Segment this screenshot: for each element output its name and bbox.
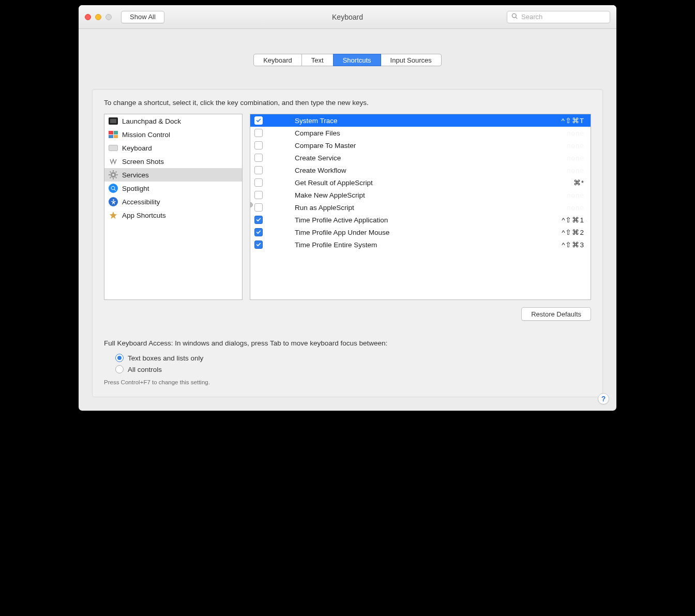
keyboard-icon (109, 143, 118, 153)
tab-label: Text (311, 56, 324, 64)
shortcut-checkbox[interactable] (254, 191, 263, 199)
shortcut-checkbox[interactable] (254, 216, 263, 224)
fka-option[interactable]: All controls (104, 364, 591, 375)
category-item-mission-control[interactable]: Mission Control (104, 128, 242, 141)
shortcut-label: Create Service (269, 154, 561, 162)
shortcut-label: System Trace (269, 117, 555, 125)
shortcut-list[interactable]: System Trace^⇧⌘TCompare FilesnoneCompare… (250, 114, 591, 300)
shortcut-row[interactable]: Compare Filesnone (250, 127, 591, 139)
launchpad-icon (109, 116, 118, 126)
category-label: Spotlight (122, 185, 149, 192)
shortcut-checkbox[interactable] (254, 141, 263, 149)
shortcut-key[interactable]: ^⇧⌘3 (562, 241, 584, 249)
shortcut-key[interactable]: none (567, 154, 584, 162)
shortcut-label: Compare To Master (269, 142, 561, 149)
shortcut-key[interactable]: none (567, 191, 584, 199)
svg-line-7 (116, 177, 117, 178)
search-wrap (507, 11, 610, 23)
fka-option[interactable]: Text boxes and lists only (104, 352, 591, 364)
tab-label: Keyboard (263, 56, 292, 64)
preferences-window: Show All Keyboard KeyboardTextShortcutsI… (79, 5, 616, 411)
shortcut-checkbox[interactable] (254, 228, 263, 236)
shortcut-key[interactable]: ^⇧⌘2 (562, 228, 584, 236)
app-shortcuts-icon (109, 211, 118, 220)
show-all-button[interactable]: Show All (121, 11, 164, 23)
content: KeyboardTextShortcutsInput Sources To ch… (79, 29, 616, 411)
window-controls (85, 14, 112, 20)
category-label: Screen Shots (122, 158, 164, 166)
tab-input-sources[interactable]: Input Sources (381, 54, 442, 66)
tab-shortcuts[interactable]: Shortcuts (333, 54, 381, 66)
shortcut-row[interactable]: Time Profile Active Application^⇧⌘1 (250, 214, 591, 226)
category-list[interactable]: Launchpad & DockMission ControlKeyboardS… (104, 114, 243, 300)
shortcut-checkbox[interactable] (254, 154, 263, 162)
split-view: Launchpad & DockMission ControlKeyboardS… (104, 114, 591, 300)
shortcut-row[interactable]: Make New AppleScriptnone (250, 189, 591, 201)
search-field[interactable] (507, 11, 610, 23)
svg-point-1 (112, 174, 114, 176)
shortcut-row[interactable]: Create Servicenone (250, 152, 591, 164)
show-all-label: Show All (130, 13, 156, 21)
tab-text[interactable]: Text (301, 54, 334, 66)
fka-option-label: Text boxes and lists only (128, 354, 203, 362)
shortcut-key[interactable]: ⌘* (573, 178, 584, 187)
tab-keyboard[interactable]: Keyboard (253, 54, 302, 66)
titlebar: Show All Keyboard (79, 5, 616, 29)
shortcut-key[interactable]: ^⇧⌘1 (562, 216, 584, 224)
shortcut-row[interactable]: Time Profile App Under Mouse^⇧⌘2 (250, 226, 591, 238)
category-item-accessibility[interactable]: Accessibility (104, 195, 242, 208)
shortcut-label: Time Profile Entire System (269, 241, 555, 249)
shortcut-key[interactable]: ^⇧⌘T (561, 116, 584, 125)
minimize-window-button[interactable] (95, 14, 101, 20)
restore-row: Restore Defaults (104, 307, 591, 321)
shortcut-checkbox[interactable] (254, 241, 263, 249)
accessibility-icon (109, 197, 118, 206)
close-window-button[interactable] (85, 14, 91, 20)
shortcut-row[interactable]: Get Result of AppleScript⌘* (250, 176, 591, 189)
screenshots-icon (109, 157, 118, 166)
shortcut-label: Run as AppleScript (269, 204, 561, 212)
shortcut-row[interactable]: Time Profile Entire System^⇧⌘3 (250, 238, 591, 251)
shortcut-row[interactable]: Create Workflownone (250, 164, 591, 176)
shortcut-checkbox[interactable] (254, 129, 263, 137)
mission-control-icon (109, 130, 118, 139)
restore-defaults-label: Restore Defaults (531, 310, 581, 318)
shortcut-label: Time Profile App Under Mouse (269, 229, 555, 236)
shortcut-label: Get Result of AppleScript (269, 179, 567, 187)
category-item-services[interactable]: Services (104, 168, 242, 182)
tab-label: Shortcuts (343, 56, 371, 64)
shortcut-row[interactable]: System Trace^⇧⌘T (250, 114, 591, 127)
category-item-app-shortcuts[interactable]: App Shortcuts (104, 208, 242, 222)
shortcut-key[interactable]: none (567, 129, 584, 137)
shortcut-label: Compare Files (269, 129, 561, 137)
category-item-keyboard[interactable]: Keyboard (104, 141, 242, 155)
shortcut-label: Make New AppleScript (269, 191, 561, 199)
shortcut-row[interactable]: Run as AppleScriptnone (250, 201, 591, 214)
shortcut-key[interactable]: none (567, 142, 584, 149)
restore-defaults-button[interactable]: Restore Defaults (521, 307, 591, 321)
radio-button[interactable] (115, 365, 124, 373)
shortcut-checkbox[interactable] (254, 116, 263, 125)
tab-label: Input Sources (390, 56, 432, 64)
shortcut-row[interactable]: Compare To Masternone (250, 139, 591, 152)
search-input[interactable] (521, 13, 606, 21)
segmented-tabs: KeyboardTextShortcutsInput Sources (92, 54, 603, 66)
help-button[interactable]: ? (598, 393, 609, 404)
category-label: Accessibility (122, 198, 160, 206)
shortcut-label: Create Workflow (269, 167, 561, 174)
category-item-screen-shots[interactable]: Screen Shots (104, 155, 242, 168)
fka-option-label: All controls (128, 366, 162, 373)
category-label: Mission Control (122, 131, 170, 139)
shortcut-checkbox[interactable] (254, 166, 263, 174)
svg-line-9 (116, 172, 117, 173)
category-item-spotlight[interactable]: Spotlight (104, 182, 242, 195)
shortcut-key[interactable]: none (567, 167, 584, 174)
shortcut-checkbox[interactable] (254, 178, 263, 187)
category-item-launchpad-dock[interactable]: Launchpad & Dock (104, 114, 242, 128)
radio-button[interactable] (115, 354, 124, 362)
shortcut-checkbox[interactable] (254, 203, 263, 212)
services-icon (109, 170, 118, 179)
shortcut-key[interactable]: none (567, 204, 584, 212)
zoom-window-button (105, 14, 112, 20)
category-label: Keyboard (122, 144, 152, 152)
